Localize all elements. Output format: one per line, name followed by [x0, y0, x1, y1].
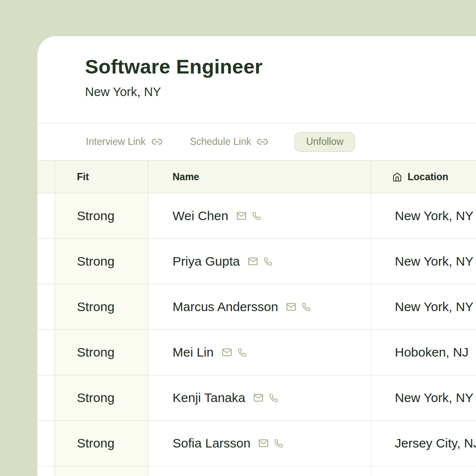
- header-location-cell: Location: [371, 161, 476, 193]
- table-body: Strong Wei Chen New York, NY Strong Priy…: [37, 193, 476, 476]
- name-cell: Kenji Tanaka: [148, 375, 371, 421]
- header-name-label: Name: [173, 171, 199, 183]
- phone-icon[interactable]: [238, 348, 246, 357]
- row-stub-cell: [37, 239, 54, 284]
- fit-cell: Strong: [54, 284, 148, 330]
- table-row: Strong Mei Lin Hoboken, NJ: [37, 330, 476, 375]
- mail-icon[interactable]: [236, 211, 246, 221]
- table-row: Strong Priya Gupta New York, NY: [37, 239, 476, 284]
- mail-icon[interactable]: [258, 438, 269, 448]
- row-stub-cell: [37, 330, 54, 375]
- location-cell: Jersey City, NJ: [371, 421, 476, 466]
- fit-cell: Strong: [54, 330, 148, 375]
- page-subtitle: New York, NY: [85, 85, 476, 99]
- name-cell: Mei Lin: [148, 330, 371, 375]
- header-fit-label: Fit: [77, 171, 89, 183]
- location-value: New York, NY: [395, 254, 473, 269]
- fit-cell: Strong: [54, 375, 148, 421]
- fit-value: Strong: [77, 391, 114, 405]
- phone-icon[interactable]: [302, 303, 311, 312]
- schedule-link-label: Schedule Link: [190, 136, 252, 147]
- candidate-name: Wei Chen: [173, 209, 228, 223]
- location-value: Jersey City, NJ: [395, 436, 476, 450]
- toolbar: Interview Link Schedule Link Unfollow: [37, 123, 476, 161]
- interview-link[interactable]: Interview Link: [86, 136, 163, 147]
- table-row: Strong Sofia Larsson Jersey City, NJ: [37, 421, 476, 466]
- candidates-table: Fit Name Location Strong Wei Chen New Yo…: [37, 161, 476, 476]
- phone-icon[interactable]: [252, 212, 261, 221]
- link-icon: [151, 136, 163, 147]
- fit-cell: Strong: [54, 193, 148, 239]
- schedule-link[interactable]: Schedule Link: [190, 136, 269, 147]
- table-row: Strong Kenji Tanaka New York, NY: [37, 375, 476, 421]
- header-name-cell: Name: [148, 161, 371, 193]
- fit-cell: [54, 466, 148, 476]
- interview-link-label: Interview Link: [86, 136, 146, 147]
- fit-value: Strong: [77, 436, 114, 450]
- fit-value: Strong: [77, 300, 114, 314]
- row-stub-cell: [37, 284, 54, 330]
- location-value: New York, NY: [395, 300, 473, 314]
- fit-cell: Strong: [54, 239, 148, 284]
- table-row-partial: [37, 466, 476, 476]
- header-fit-cell: Fit: [54, 161, 148, 193]
- header-location-label: Location: [408, 171, 448, 183]
- candidate-name: Kenji Tanaka: [173, 391, 245, 405]
- page-title: Software Engineer: [85, 55, 476, 78]
- unfollow-button[interactable]: Unfollow: [295, 132, 355, 152]
- candidate-name: Sofia Larsson: [173, 436, 250, 450]
- fit-cell: Strong: [54, 421, 148, 466]
- location-cell: Hoboken, NJ: [371, 330, 476, 375]
- location-cell: [371, 466, 476, 476]
- row-stub-cell: [37, 466, 54, 476]
- card-header: Software Engineer New York, NY: [37, 36, 476, 123]
- mail-icon[interactable]: [222, 347, 232, 357]
- mail-icon[interactable]: [253, 393, 264, 403]
- fit-value: Strong: [77, 345, 114, 360]
- home-icon: [392, 172, 402, 182]
- phone-icon[interactable]: [264, 257, 272, 266]
- candidate-name: Priya Gupta: [173, 254, 240, 269]
- job-card: Software Engineer New York, NY Interview…: [37, 36, 476, 476]
- candidate-name: Marcus Andersson: [173, 300, 278, 314]
- fit-value: Strong: [77, 254, 114, 269]
- name-cell: Priya Gupta: [148, 239, 371, 284]
- mail-icon[interactable]: [248, 256, 258, 266]
- name-cell: Sofia Larsson: [148, 421, 371, 466]
- mail-icon[interactable]: [286, 302, 296, 312]
- name-cell: Wei Chen: [148, 193, 371, 239]
- phone-icon[interactable]: [274, 439, 283, 448]
- location-value: New York, NY: [395, 391, 473, 405]
- name-cell: [148, 466, 371, 476]
- fit-value: Strong: [77, 209, 114, 223]
- table-row: Strong Marcus Andersson New York, NY: [37, 284, 476, 330]
- location-cell: New York, NY: [371, 239, 476, 284]
- link-icon: [257, 136, 268, 147]
- table-header-row: Fit Name Location: [37, 161, 476, 193]
- phone-icon[interactable]: [269, 394, 278, 402]
- location-cell: New York, NY: [371, 193, 476, 239]
- location-cell: New York, NY: [371, 284, 476, 330]
- header-stub-cell: [37, 161, 54, 193]
- row-stub-cell: [37, 421, 54, 466]
- location-value: New York, NY: [395, 209, 473, 223]
- row-stub-cell: [37, 375, 54, 421]
- table-row: Strong Wei Chen New York, NY: [37, 193, 476, 239]
- row-stub-cell: [37, 193, 54, 239]
- candidate-name: Mei Lin: [173, 345, 214, 360]
- location-cell: New York, NY: [371, 375, 476, 421]
- name-cell: Marcus Andersson: [148, 284, 371, 330]
- location-value: Hoboken, NJ: [395, 345, 468, 360]
